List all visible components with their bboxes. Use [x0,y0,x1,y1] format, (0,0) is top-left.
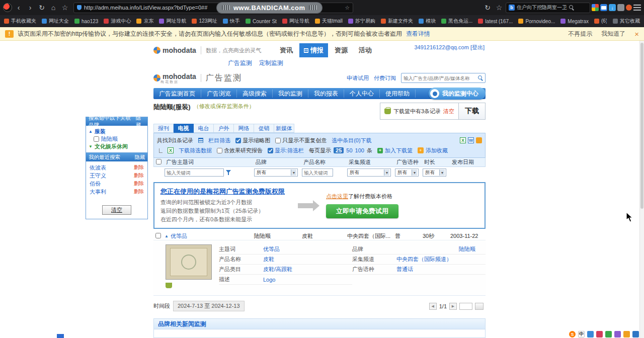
forward-icon[interactable] [25,3,35,13]
column-filter-link[interactable]: 栏目筛选 [208,137,230,144]
media-tab[interactable]: 报刊 [153,124,174,133]
nav-item-huodong[interactable]: 活动 [354,43,376,57]
apps-grid-icon[interactable] [592,4,599,11]
warning-details-link[interactable]: 查看详情 [406,30,430,38]
page-scrollbar[interactable] [639,41,644,338]
nav-item-ziyuan[interactable]: 资源 [330,43,352,57]
bookmark-item[interactable]: 123网址 [192,18,217,25]
brand-news-title-link[interactable]: 品牌相关新闻监测 [158,320,206,328]
refresh-icon[interactable] [37,3,47,13]
word-export-icon[interactable]: W [468,137,474,143]
media-tab[interactable]: 促销 [254,124,274,133]
basket-icon[interactable] [166,283,172,288]
subnav-ad-monitor[interactable]: 广告监测 [228,59,252,68]
back-icon[interactable] [14,3,24,13]
favorites-icon[interactable] [494,3,504,13]
brand-filter-select[interactable]: 所有▾ [254,168,298,177]
selected-download-link[interactable]: 选中条目(0)下载 [332,137,371,144]
show-filter-bar-option[interactable]: 显示:筛选栏 [268,147,304,154]
menu-icon[interactable] [633,5,641,11]
tray-settings-icon[interactable] [623,331,630,337]
detail-value-link[interactable]: 优等品 [263,245,280,253]
recent-search-link[interactable]: 依波表 [90,164,106,172]
main-nav-item[interactable]: 使用帮助 [380,90,416,97]
media-tab[interactable]: 户外 [214,124,234,133]
scrollbar-thumb[interactable] [640,43,643,209]
free-trial-button[interactable]: 立即申请免费试用 [326,204,398,218]
filter-funnel-icon[interactable] [226,170,232,176]
add-favorite-link[interactable]: 添加收藏 [426,147,448,154]
bookmark-item[interactable]: Pornovideo... [518,19,555,24]
delete-link[interactable]: 删除 [134,188,144,195]
bookmark-item[interactable]: (6)、玉丽... [594,18,607,25]
tray-app-icon[interactable] [614,331,621,337]
site-info-icon[interactable] [77,5,82,10]
bookmark-item[interactable]: 黑色免运... [441,18,472,25]
column-header[interactable]: 时长 [423,158,451,166]
bookmark-item[interactable]: 快手 [223,18,240,25]
warning-dismiss-button[interactable]: 不再提示 [568,30,592,38]
recent-search-link[interactable]: 大事利 [90,188,106,196]
mohodata-logo-text[interactable]: mohodata [163,46,196,54]
bookmark-item[interactable]: 京东 [136,18,153,25]
bookmark-item[interactable]: hao123 [74,19,98,24]
bookmark-item[interactable]: 手机收藏夹 [4,18,36,25]
notification-dot-icon[interactable] [626,5,632,11]
bookmark-item[interactable]: 模块 [419,18,436,25]
bookmark-star-icon[interactable] [345,5,350,11]
search-icon[interactable] [478,75,483,80]
subnav-custom-monitor[interactable]: 定制监测 [259,59,283,68]
bookmark-item[interactable]: 网址导航 [159,18,186,25]
sogou-input-icon[interactable]: S [569,331,576,337]
bookmark-item[interactable]: 网址导航 [282,18,309,25]
basket-clear-link[interactable]: 清空 [443,108,454,115]
notice-title[interactable]: 您正在使用的是梅花网广告监测免费版权限 [160,187,285,196]
screenshot-icon[interactable] [617,4,624,11]
recent-search-link[interactable]: 王守义 [90,172,106,180]
brand-group[interactable]: 服装 [89,128,145,135]
export-icon[interactable] [476,137,482,143]
search-icon[interactable] [569,5,574,10]
main-nav-item[interactable]: 广告监测首页 [153,90,201,97]
close-icon[interactable] [634,30,639,38]
quick-search-box[interactable]: 住户向下挖隐两室一卫 [506,3,590,13]
with-report-checkbox[interactable] [217,148,222,153]
media-tab[interactable]: 网络 [234,124,254,133]
star-icon[interactable] [60,3,70,13]
edit-condition-link[interactable]: （修改或保存监测条件） [194,103,255,110]
monitor-center-button[interactable]: 我的监测中心 [429,88,486,100]
select-all-checkbox[interactable] [156,159,162,164]
keyword-filter-input[interactable] [165,168,224,177]
download-filtered-link[interactable]: 下载筛选数据 [179,147,212,154]
bookmark-item[interactable]: 苏宁易购 [348,18,375,25]
download-button[interactable]: 下载 [458,103,485,119]
duration-filter-select[interactable]: 所有▾ [423,168,446,177]
distinct-only-checkbox[interactable] [275,138,281,143]
date-range-value[interactable]: 2024-7-13 至 2024-12-13 [173,301,245,311]
download-icon[interactable] [609,4,616,11]
media-tab[interactable]: 电视 [174,124,194,133]
bookmark-item[interactable]: Megatrax [560,19,589,24]
tray-tool-icon[interactable] [605,331,612,337]
delete-link[interactable]: 删除 [134,180,144,187]
warning-confirm-button[interactable]: 我知道了 [601,30,625,38]
main-nav-item[interactable]: 个人中心 [344,90,380,97]
per-page-25[interactable]: 25 [334,147,344,153]
trial-link[interactable]: 申请试用 [347,74,369,82]
recent-panel-hide-button[interactable]: 隐藏 [135,154,145,161]
nav-item-zixun[interactable]: 资讯 [275,43,297,57]
ad-thumbnail[interactable] [166,244,212,280]
add-to-basket-link[interactable]: 加入下载篮 [385,147,413,154]
media-tab[interactable]: 新媒体 [274,124,294,133]
per-page-100[interactable]: 100 [355,147,364,153]
browser-logo-icon[interactable] [3,3,12,12]
chinese-input-icon[interactable]: 中 [578,331,585,337]
prev-page-icon[interactable] [429,303,437,310]
nav-item-qingbao[interactable]: 情报 [299,43,328,57]
related-panel-hide-button[interactable]: 隐藏 [136,115,145,129]
detail-value-link[interactable]: 中央四套（国际频道） [396,256,452,263]
recent-search-link[interactable]: 佰份 [90,180,101,188]
column-header[interactable]: 品牌 [255,158,302,166]
product-filter-input[interactable] [302,168,333,177]
language-filter-select[interactable]: 所有▾ [395,168,419,177]
